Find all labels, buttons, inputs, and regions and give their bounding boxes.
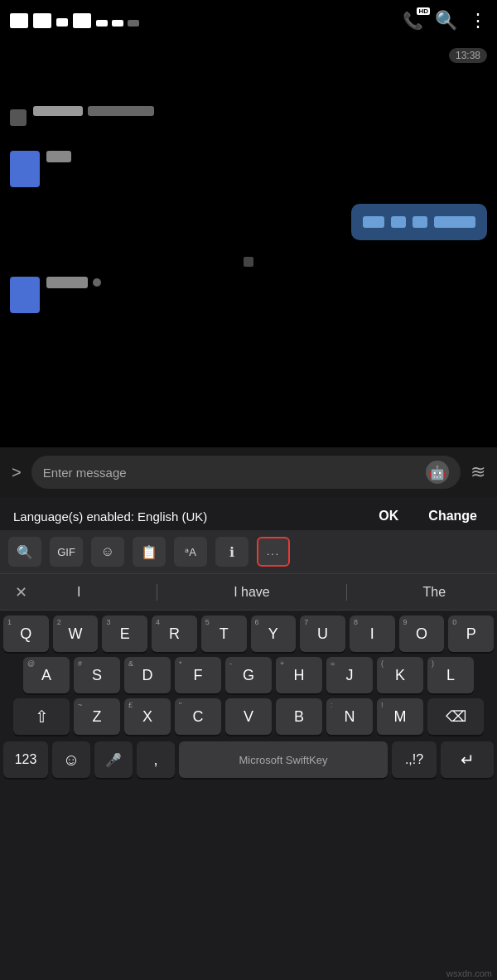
key-row-1: 1Q 2W 3E 4R 5T 6Y 7U 8I 9O 0P (3, 616, 494, 652)
gif-label: GIF (57, 546, 75, 558)
mic-key[interactable]: 🎤 (94, 741, 133, 778)
key-J[interactable]: =J (326, 657, 373, 693)
key-H[interactable]: +H (276, 657, 322, 693)
sticker-toolbar-icon: ☺ (101, 544, 114, 559)
key-L[interactable]: )L (427, 657, 474, 693)
sticker-button[interactable]: 🤖 (426, 461, 449, 484)
sub-icon2 (112, 20, 123, 27)
language-banner: Language(s) enabled: English (UK) OK Cha… (0, 497, 497, 530)
bottom-key-row: 123 ☺ 🎤 , Microsoft SwiftKey .,!? ↵ (0, 741, 497, 783)
keyboard-toolbar: 🔍 GIF ☺ 📋 ᵃA ℹ ... (0, 530, 497, 574)
key-C[interactable]: "C (175, 698, 221, 735)
lang-toolbar-icon: ᵃA (185, 546, 196, 558)
input-bar: > Enter message 🤖 ≋ (0, 447, 497, 497)
suggestion-row: ✕ I I have The (0, 574, 497, 611)
key-G[interactable]: -G (225, 657, 272, 693)
key-M[interactable]: !M (377, 698, 423, 735)
search-toolbar-icon: 🔍 (17, 544, 33, 560)
key-row-3: ⇧ ~Z £X "C V B :N !M ⌫ (3, 698, 494, 735)
ok-button[interactable]: OK (372, 505, 405, 527)
suggestion-item-2[interactable]: I have (224, 582, 280, 603)
key-U[interactable]: 7U (300, 616, 345, 652)
keyboard-area: Language(s) enabled: English (UK) OK Cha… (0, 497, 497, 980)
comma-key[interactable]: , (137, 741, 175, 778)
dismiss-suggestion-button[interactable]: ✕ (8, 580, 34, 605)
status-icons-right: 📞 HD 🔍 ⋮ (403, 10, 487, 31)
key-V[interactable]: V (225, 698, 272, 735)
suggestion-divider-2 (346, 584, 347, 601)
more-menu-icon[interactable]: ⋮ (469, 10, 487, 31)
more-toolbar-button[interactable]: ... (257, 537, 290, 567)
language-toolbar-button[interactable]: ᵃA (174, 537, 207, 567)
expand-button[interactable]: > (8, 460, 25, 485)
clipboard-icon: 📋 (141, 544, 157, 560)
key-P[interactable]: 0P (448, 616, 494, 652)
signal2-icon (73, 13, 91, 28)
language-text: Language(s) enabled: English (UK) (13, 509, 207, 524)
mic-icon: 🎤 (105, 752, 122, 768)
info-icon: ℹ (229, 544, 234, 560)
time-badge: 13:38 (449, 48, 487, 63)
search-icon[interactable]: 🔍 (435, 10, 457, 31)
enter-key[interactable]: ↵ (441, 741, 494, 778)
key-E[interactable]: 3E (102, 616, 147, 652)
avatar-2 (10, 151, 40, 187)
info-toolbar-button[interactable]: ℹ (215, 537, 248, 567)
message-row-2 (10, 151, 487, 187)
key-row-2: @A #S &D *F -G +H =J (K )L (3, 657, 494, 693)
chat-area: 13:38 (0, 41, 497, 447)
signal-icon (10, 13, 28, 28)
search-toolbar-button[interactable]: 🔍 (8, 537, 41, 567)
key-R[interactable]: 4R (152, 616, 197, 652)
key-Z[interactable]: ~Z (74, 698, 120, 735)
hd-call-icon[interactable]: 📞 HD (403, 11, 423, 31)
sticker-toolbar-button[interactable]: ☺ (91, 537, 124, 567)
key-B[interactable]: B (276, 698, 322, 735)
status-icons-left (10, 13, 139, 28)
suggestion-item-3[interactable]: The (413, 582, 456, 603)
status-bar: 📞 HD 🔍 ⋮ (0, 0, 497, 41)
key-W[interactable]: 2W (53, 616, 99, 652)
change-button[interactable]: Change (422, 505, 484, 527)
separator (0, 257, 497, 267)
message-row-sent (10, 204, 487, 240)
wifi-icon (33, 13, 51, 28)
message-input-container[interactable]: Enter message 🤖 (31, 456, 461, 489)
suggestion-divider-1 (157, 584, 157, 601)
key-T[interactable]: 5T (201, 616, 247, 652)
shift-key[interactable]: ⇧ (13, 698, 70, 735)
sub-icon3 (128, 20, 139, 27)
key-I[interactable]: 8I (350, 616, 395, 652)
key-rows: 1Q 2W 3E 4R 5T 6Y 7U 8I 9O 0P @A #S &D *… (0, 611, 497, 741)
key-S[interactable]: #S (74, 657, 120, 693)
key-O[interactable]: 9O (399, 616, 445, 652)
emoji-key[interactable]: ☺ (52, 741, 90, 778)
key-F[interactable]: *F (175, 657, 221, 693)
punctuation-key[interactable]: .,!? (392, 741, 437, 778)
sub-icon1 (96, 20, 108, 27)
suggestions-container: I I have The (34, 582, 489, 603)
key-N[interactable]: :N (326, 698, 373, 735)
key-Y[interactable]: 6Y (251, 616, 297, 652)
language-actions: OK Change (372, 505, 484, 527)
message-row-1 (10, 106, 487, 126)
gif-toolbar-button[interactable]: GIF (50, 537, 83, 567)
key-D[interactable]: &D (124, 657, 171, 693)
avatar-3 (10, 277, 40, 313)
numbers-key[interactable]: 123 (3, 741, 48, 778)
key-K[interactable]: (K (377, 657, 423, 693)
key-X[interactable]: £X (124, 698, 171, 735)
voice-button[interactable]: ≋ (467, 458, 489, 486)
more-toolbar-icon: ... (267, 546, 280, 558)
message-input-placeholder[interactable]: Enter message (43, 466, 419, 480)
key-Q[interactable]: 1Q (3, 616, 49, 652)
key-A[interactable]: @A (23, 657, 70, 693)
space-key[interactable]: Microsoft SwiftKey (179, 741, 388, 778)
backspace-key[interactable]: ⌫ (427, 698, 484, 735)
suggestion-item-1[interactable]: I (67, 582, 90, 603)
message-row-3 (10, 277, 487, 313)
battery-icon (56, 18, 68, 27)
clipboard-toolbar-button[interactable]: 📋 (133, 537, 166, 567)
watermark: wsxdn.com (446, 968, 492, 978)
